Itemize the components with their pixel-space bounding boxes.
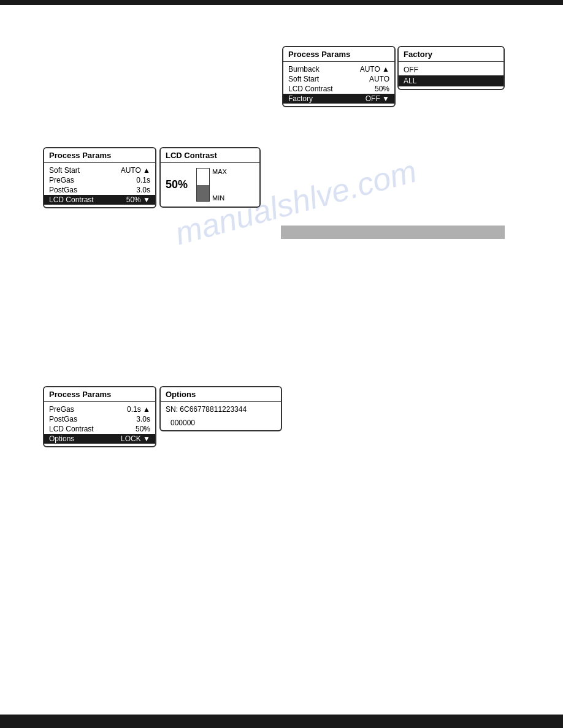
top-bar [0, 0, 563, 5]
table-row-selected: Options LOCK ▼ [44, 434, 155, 444]
section3-process-params-title: Process Params [44, 387, 155, 402]
section2-process-params-title: Process Params [44, 148, 155, 163]
lcd-max-label: MAX [212, 168, 227, 175]
row-value: 3.0s [120, 186, 150, 194]
table-row-selected: LCD Contrast 50% ▼ [44, 195, 155, 205]
table-row: Burnback AUTO ▲ [288, 64, 389, 74]
table-row: PostGas 3.0s [49, 414, 150, 424]
lcd-percent-value: 50% [166, 178, 190, 191]
lcd-bar-outer [196, 168, 210, 202]
row-label: Options [49, 434, 120, 443]
row-value: 3.0s [120, 415, 150, 423]
table-row: LCD Contrast 50% [49, 424, 150, 434]
table-row: PreGas 0.1s [49, 175, 150, 185]
table-row: PreGas 0.1s ▲ [49, 404, 150, 414]
row-value: AUTO ▲ [359, 65, 389, 74]
table-row: Soft Start AUTO [288, 74, 389, 84]
row-value: AUTO [359, 75, 389, 83]
section3-options-panel: Options SN: 6C66778811223344 000000 [159, 386, 282, 431]
row-label: PreGas [49, 176, 120, 184]
section2-lcd-contrast-title: LCD Contrast [161, 148, 259, 163]
section2-process-params-body: Soft Start AUTO ▲ PreGas 0.1s PostGas 3.… [44, 163, 155, 207]
row-label: PostGas [49, 415, 120, 423]
section3-options-title: Options [161, 387, 281, 402]
options-code-value: 000000 [166, 419, 195, 427]
section1-factory-title: Factory [399, 47, 504, 62]
row-value: AUTO ▲ [120, 166, 150, 175]
lcd-contrast-visual: 50% MAX MIN [161, 163, 259, 207]
lcd-bar-wrapper: MAX MIN [196, 168, 227, 202]
section1-factory-body: OFF ALL [399, 62, 504, 89]
bottom-bar [0, 715, 563, 728]
section3-process-params-body: PreGas 0.1s ▲ PostGas 3.0s LCD Contrast … [44, 402, 155, 446]
section3-options-body: SN: 6C66778811223344 000000 [161, 402, 281, 430]
row-value: LOCK ▼ [120, 434, 150, 443]
lcd-min-label: MIN [212, 194, 227, 202]
options-sn-row: SN: 6C66778811223344 [166, 404, 276, 414]
row-label: Factory [288, 94, 359, 103]
row-label: LCD Contrast [288, 85, 359, 93]
row-label: Soft Start [49, 166, 120, 175]
lcd-bar-fill [197, 185, 209, 202]
row-label: Burnback [288, 65, 359, 74]
row-value: 50% ▼ [120, 195, 150, 204]
row-label: PreGas [49, 405, 120, 414]
row-label: PostGas [49, 186, 120, 194]
table-row: PostGas 3.0s [49, 185, 150, 195]
table-row: LCD Contrast 50% [288, 84, 389, 94]
gray-bar [281, 226, 505, 239]
options-code-row: 000000 [166, 418, 276, 428]
row-label: LCD Contrast [49, 425, 120, 433]
section1-process-params-panel: Process Params Burnback AUTO ▲ Soft Star… [282, 46, 396, 107]
lcd-labels: MAX MIN [212, 168, 227, 202]
factory-item-off: OFF [399, 64, 504, 75]
row-value: 0.1s ▲ [120, 405, 150, 414]
row-value: 50% [359, 85, 389, 93]
section2-process-params-panel: Process Params Soft Start AUTO ▲ PreGas … [43, 147, 156, 208]
row-label: Soft Start [288, 75, 359, 83]
section1-factory-panel: Factory OFF ALL [397, 46, 505, 90]
section1-process-params-title: Process Params [283, 47, 394, 62]
row-label: LCD Contrast [49, 195, 120, 204]
table-row: Soft Start AUTO ▲ [49, 165, 150, 175]
section3-process-params-panel: Process Params PreGas 0.1s ▲ PostGas 3.0… [43, 386, 156, 447]
table-row-selected: Factory OFF ▼ [283, 94, 394, 104]
row-value: 0.1s [120, 176, 150, 184]
row-value: 50% [120, 425, 150, 433]
section1-process-params-body: Burnback AUTO ▲ Soft Start AUTO LCD Cont… [283, 62, 394, 106]
row-value: OFF ▼ [359, 94, 389, 103]
options-sn-value: SN: 6C66778811223344 [166, 405, 247, 414]
factory-item-all: ALL [399, 75, 504, 86]
section2-lcd-contrast-panel: LCD Contrast 50% MAX MIN [159, 147, 261, 208]
